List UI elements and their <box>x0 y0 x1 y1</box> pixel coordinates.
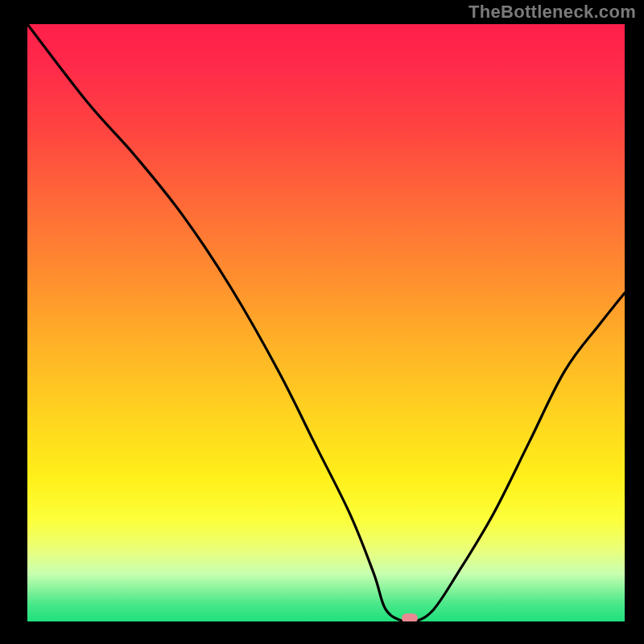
plot-area <box>27 24 625 621</box>
optimal-marker <box>402 613 418 621</box>
bottleneck-curve <box>27 24 625 621</box>
chart-frame: TheBottleneck.com <box>0 0 644 644</box>
watermark-text: TheBottleneck.com <box>469 2 636 23</box>
